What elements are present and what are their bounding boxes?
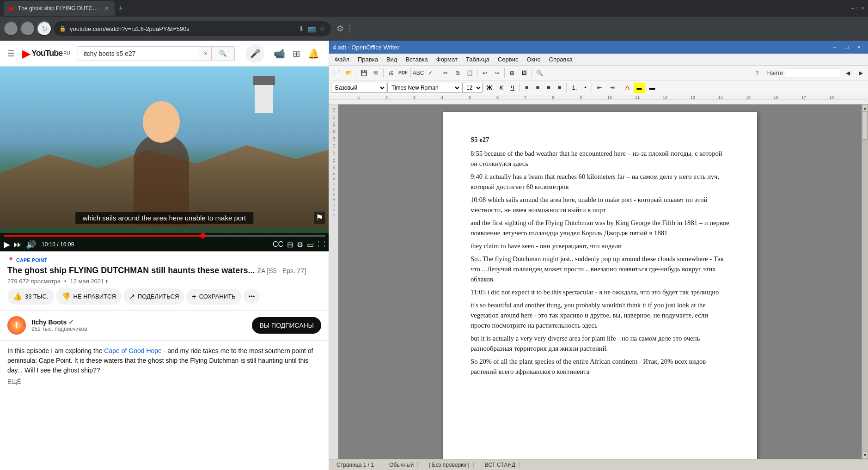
show-more-button[interactable]: ЕЩЁ — [7, 377, 321, 386]
dislike-button[interactable]: 👎 НЕ НРАВИТСЯ — [56, 288, 122, 305]
search-input[interactable] — [78, 46, 200, 61]
forward-button[interactable]: → — [20, 21, 35, 36]
align-right-button[interactable]: ≡ — [544, 83, 554, 93]
address-bar[interactable]: 🔒 youtube.com/watch?v=rZL6-2puaPY&t=590s… — [54, 21, 331, 36]
miniplayer-button[interactable]: ⊟ — [287, 240, 293, 249]
find-input[interactable] — [785, 68, 840, 78]
menu-view[interactable]: Вид — [383, 55, 401, 64]
subscribe-button[interactable]: ВЫ ПОДПИСАНЫ — [252, 317, 321, 334]
browser-maximize-button[interactable]: □ — [856, 5, 859, 12]
volume-button[interactable]: 🔊 — [26, 239, 36, 250]
search-clear-button[interactable]: × — [200, 46, 211, 61]
notifications-icon[interactable]: 🔔 — [306, 46, 321, 61]
redo-button[interactable]: ↪ — [491, 67, 502, 79]
insert-image-button[interactable]: 🖼 — [519, 67, 530, 79]
like-button[interactable]: 👍 33 ТЫС. — [7, 288, 54, 305]
menu-insert[interactable]: Вставка — [402, 55, 431, 64]
next-button[interactable]: ⏭ — [14, 240, 22, 250]
menu-format[interactable]: Формат — [433, 55, 461, 64]
browser-menu-icon[interactable]: ⋮ — [346, 24, 354, 34]
scroll-down-button[interactable]: ▼ — [862, 452, 868, 459]
reload-button[interactable]: ↻ — [37, 21, 52, 36]
menu-tools[interactable]: Сервис — [494, 55, 522, 64]
cast-icon[interactable]: 📺 — [308, 25, 316, 32]
char-background-button[interactable]: ▬ — [646, 83, 659, 93]
pdf-button[interactable]: PDF — [397, 67, 409, 79]
spellcheck-button[interactable]: ABC — [413, 67, 424, 79]
highlight-button[interactable]: ▬ — [634, 83, 645, 93]
find-button[interactable]: 🔍 — [534, 67, 545, 79]
decrease-indent-button[interactable]: ⇤ — [594, 83, 605, 93]
channel-location-badge[interactable]: 📍 CAPE POINT — [7, 257, 321, 263]
play-button[interactable]: ▶ — [4, 239, 10, 250]
save-button[interactable]: + СОХРАНИТЬ — [186, 289, 241, 305]
active-tab[interactable]: ▶ The ghost ship FLYING DUTCHM... × — [4, 1, 115, 16]
download-page-icon[interactable]: ⬇ — [299, 25, 304, 32]
paragraph-style-dropdown[interactable]: Базовый — [331, 83, 386, 93]
insert-table-button[interactable]: ⊞ — [507, 67, 518, 79]
progress-scrubber[interactable] — [200, 233, 206, 238]
help-toolbar-button[interactable]: ? — [752, 67, 763, 79]
print-button[interactable]: 🖨 — [385, 67, 397, 79]
tab-close-button[interactable]: × — [105, 5, 109, 12]
apps-icon[interactable]: ⊞ — [291, 46, 302, 61]
browser-minimize-button[interactable]: − — [851, 5, 854, 12]
upload-icon[interactable]: 📹 — [272, 46, 287, 61]
align-center-button[interactable]: ≡ — [533, 83, 543, 93]
find-prev-button[interactable]: ◀ — [842, 67, 853, 79]
menu-table[interactable]: Таблица — [462, 55, 493, 64]
align-justify-button[interactable]: ≡ — [555, 83, 565, 93]
menu-help[interactable]: Справка — [545, 55, 576, 64]
voice-search-button[interactable]: 🎤 — [246, 44, 264, 63]
numbering-button[interactable]: 1. — [568, 83, 580, 93]
scroll-up-button[interactable]: ▲ — [862, 104, 868, 112]
share-button[interactable]: ↗ ПОДЕЛИТЬСЯ — [123, 288, 184, 305]
bullets-button[interactable]: • — [581, 83, 590, 93]
fullscreen-button[interactable]: ⛶ — [318, 240, 325, 249]
search-bar[interactable]: × 🔍 — [78, 46, 235, 61]
subtitles-button[interactable]: CC — [273, 240, 283, 249]
theater-button[interactable]: ▭ — [307, 240, 314, 249]
cut-button[interactable]: ✂ — [440, 67, 451, 79]
save-doc-button[interactable]: 💾 — [358, 67, 369, 79]
back-button[interactable]: ← — [4, 21, 18, 36]
more-actions-button[interactable]: ••• — [243, 289, 261, 304]
writer-maximize-button[interactable]: □ — [841, 43, 852, 52]
new-doc-button[interactable]: 📄 — [331, 67, 342, 79]
find-next-button[interactable]: ▶ — [855, 67, 866, 79]
align-left-button[interactable]: ≡ — [522, 83, 532, 93]
copy-button[interactable]: ⧉ — [452, 67, 463, 79]
autocorrect-button[interactable]: ✓ — [425, 67, 436, 79]
italic-button[interactable]: К — [496, 83, 507, 93]
undo-button[interactable]: ↩ — [479, 67, 490, 79]
underline-button[interactable]: Ч — [507, 83, 518, 93]
scrollbar-thumb[interactable] — [862, 112, 868, 140]
document-area[interactable]: S5 e27 8:55 because of the bad weather t… — [338, 104, 862, 459]
youtube-logo[interactable]: ▶ YouTubeRU — [22, 47, 70, 60]
bookmark-icon[interactable]: ☆ — [319, 25, 325, 32]
channel-avatar[interactable]: I — [7, 316, 26, 335]
extensions-icon[interactable]: ⚙ — [336, 24, 344, 34]
writer-minimize-button[interactable]: − — [829, 43, 840, 52]
menu-window[interactable]: Окно — [523, 55, 544, 64]
cape-link[interactable]: Cape of Good Hope — [104, 347, 162, 354]
bold-button[interactable]: Ж — [483, 83, 495, 93]
progress-bar[interactable] — [4, 235, 325, 237]
font-color-button[interactable]: A — [622, 83, 633, 93]
channel-name[interactable]: Itchy Boots ✓ — [31, 318, 246, 326]
open-button[interactable]: 📂 — [343, 67, 354, 79]
writer-close-button[interactable]: × — [853, 43, 864, 52]
browser-close-button[interactable]: × — [861, 5, 864, 12]
search-submit-button[interactable]: 🔍 — [211, 46, 235, 61]
font-name-dropdown[interactable]: Times New Roman — [387, 83, 461, 93]
email-button[interactable]: ✉ — [370, 67, 381, 79]
increase-indent-button[interactable]: ⇥ — [606, 83, 618, 93]
menu-edit[interactable]: Правка — [354, 55, 382, 64]
menu-file[interactable]: Файл — [331, 55, 353, 64]
settings-button[interactable]: ⚙ — [297, 240, 303, 249]
video-player[interactable]: which sails around the area here unable … — [0, 67, 329, 251]
paste-button[interactable]: 📋 — [464, 67, 475, 79]
new-tab-button[interactable]: + — [116, 2, 125, 15]
hamburger-menu-icon[interactable]: ☰ — [7, 49, 15, 59]
scrollbar-track[interactable] — [862, 112, 868, 452]
